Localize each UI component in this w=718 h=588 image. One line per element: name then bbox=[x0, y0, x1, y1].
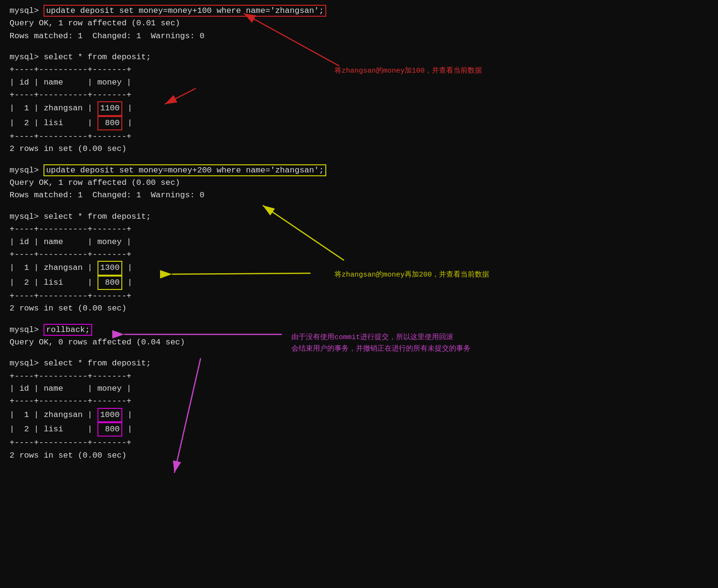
value-800-2: 800 bbox=[97, 276, 123, 290]
table-sep-8: +----+----------+-------+ bbox=[10, 395, 708, 407]
annotation-magenta-line1: 由于没有使用commit进行提交，所以这里使用回滚 bbox=[291, 332, 453, 343]
cmd-line-1: mysql> update deposit set money=money+10… bbox=[10, 5, 708, 17]
value-1100: 1100 bbox=[97, 101, 123, 116]
result-line-2: Rows matched: 1 Changed: 1 Warnings: 0 bbox=[10, 30, 708, 43]
annotation-red: 将zhangsan的money加100，并查看当前数据 bbox=[334, 66, 482, 77]
annotation-yellow: 将zhangsan的money再加200，并查看当前数据 bbox=[334, 270, 489, 281]
annotation-magenta-line2: 会结束用户的事务，并撤销正在进行的所有未提交的事务 bbox=[291, 344, 471, 355]
result-line-4: Rows matched: 1 Changed: 1 Warnings: 0 bbox=[10, 189, 708, 202]
table-header-3: | id | name | money | bbox=[10, 383, 708, 395]
table-sep-7: +----+----------+-------+ bbox=[10, 370, 708, 383]
table-sep-4: +----+----------+-------+ bbox=[10, 223, 708, 235]
table-sep-3: +----+----------+-------+ bbox=[10, 130, 708, 143]
result-line-1: Query OK, 1 row affected (0.01 sec) bbox=[10, 17, 708, 30]
value-800-3: 800 bbox=[97, 422, 123, 437]
table-header-1: | id | name | money | bbox=[10, 76, 708, 89]
table-row-1-2: | 2 | lisi | 800 | bbox=[10, 116, 708, 130]
value-1000: 1000 bbox=[97, 408, 123, 422]
value-1300: 1300 bbox=[97, 261, 123, 275]
rows-line-2: 2 rows in set (0.00 sec) bbox=[10, 302, 708, 315]
cmd-box-update-200: update deposit set money=money+200 where… bbox=[43, 164, 326, 176]
select-line-2: mysql> select * from deposit; bbox=[10, 211, 708, 223]
value-800-1: 800 bbox=[97, 116, 123, 130]
table-sep-6: +----+----------+-------+ bbox=[10, 290, 708, 302]
table-sep-9: +----+----------+-------+ bbox=[10, 437, 708, 449]
cmd-box-update-100: update deposit set money=money+100 where… bbox=[43, 5, 326, 17]
rows-line-1: 2 rows in set (0.00 sec) bbox=[10, 143, 708, 155]
rows-line-3: 2 rows in set (0.00 sec) bbox=[10, 449, 708, 462]
table-row-3-1: | 1 | zhangsan | 1000 | bbox=[10, 408, 708, 422]
select-line-1: mysql> select * from deposit; bbox=[10, 51, 708, 64]
cmd-line-2: mysql> update deposit set money=money+20… bbox=[10, 164, 708, 177]
table-sep-5: +----+----------+-------+ bbox=[10, 248, 708, 261]
terminal: mysql> update deposit set money=money+10… bbox=[10, 5, 708, 462]
table-header-2: | id | name | money | bbox=[10, 236, 708, 248]
table-row-1-1: | 1 | zhangsan | 1100 | bbox=[10, 101, 708, 116]
cmd-box-rollback: rollback; bbox=[43, 324, 92, 336]
table-row-3-2: | 2 | lisi | 800 | bbox=[10, 422, 708, 437]
select-line-3: mysql> select * from deposit; bbox=[10, 357, 708, 370]
table-sep-2: +----+----------+-------+ bbox=[10, 89, 708, 101]
result-line-3: Query OK, 1 row affected (0.00 sec) bbox=[10, 177, 708, 189]
